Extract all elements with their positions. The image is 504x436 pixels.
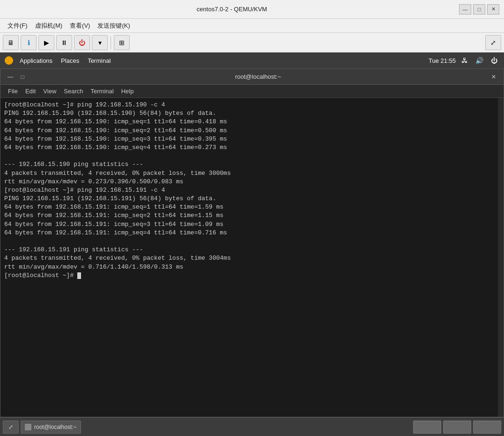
qemu-minimize-button[interactable]: —: [459, 4, 471, 15]
gnome-terminal-menu[interactable]: Terminal: [84, 56, 114, 65]
outer-window: centos7.0-2 - QEMU/KVM — □ ✕ 文件(F) 虚拟机(M…: [0, 0, 504, 436]
bottom-task-icon: [25, 424, 31, 430]
monitor-icon: 🖥: [7, 39, 14, 46]
bottom-expand-icon: ⤢: [8, 424, 13, 430]
terminal-menubar: File Edit View Search Terminal Help: [0, 85, 504, 98]
monitor-button[interactable]: 🖥: [3, 35, 19, 50]
chevron-down-icon: ▾: [98, 39, 102, 46]
terminal-menu-view[interactable]: View: [39, 87, 60, 96]
gnome-places[interactable]: Places: [57, 56, 83, 65]
bottom-bar: ⤢ root@localhost:~: [0, 417, 504, 436]
expand-icon: ⤢: [490, 39, 496, 46]
terminal-titlebar: — □ root@localhost:~ ✕: [0, 69, 504, 85]
terminal-content[interactable]: [root@localhost ~]# ping 192.168.15.190 …: [0, 98, 498, 417]
gnome-apps-icon: [5, 56, 13, 65]
pause-icon: ⏸: [61, 39, 67, 46]
terminal-menu-search[interactable]: Search: [60, 87, 87, 96]
bottom-task-label: root@localhost:~: [34, 424, 77, 430]
power-status-icon[interactable]: ⏻: [489, 56, 499, 65]
qemu-menubar: 文件(F) 虚拟机(M) 查看(V) 发送按键(K): [0, 19, 504, 33]
terminal-menu-edit[interactable]: Edit: [22, 87, 39, 96]
terminal-title: root@localhost:~: [28, 73, 489, 80]
terminal-restore-button[interactable]: □: [17, 73, 28, 81]
qemu-titlebar: centos7.0-2 - QEMU/KVM — □ ✕: [0, 0, 504, 19]
qemu-toolbar: 🖥 ℹ ▶ ⏸ ⏻ ▾ ⊞ ⤢: [0, 33, 504, 53]
bottom-right-btn-2[interactable]: [443, 421, 471, 434]
terminal-menu-file[interactable]: File: [4, 87, 22, 96]
terminal-win-controls-left: — □: [5, 73, 28, 81]
gnome-panel-left: Applications Places Terminal: [5, 56, 114, 65]
play-icon: ▶: [44, 39, 49, 46]
volume-icon[interactable]: 🔊: [474, 56, 485, 65]
qemu-win-controls: — □ ✕: [459, 4, 499, 15]
info-icon: ℹ: [28, 39, 30, 46]
qemu-menu-file[interactable]: 文件(F): [4, 21, 31, 31]
qemu-restore-button[interactable]: □: [473, 4, 485, 15]
terminal-cursor: [77, 272, 81, 279]
pause-button[interactable]: ⏸: [56, 35, 72, 50]
fullscreen-button[interactable]: ⤢: [485, 35, 501, 50]
terminal-menu-help[interactable]: Help: [118, 87, 138, 96]
toolbar-separator: [111, 36, 111, 49]
terminal-close-button[interactable]: ✕: [489, 73, 499, 81]
network-icon[interactable]: 🖧: [460, 56, 470, 65]
qemu-menu-vm[interactable]: 虚拟机(M): [31, 21, 67, 31]
screenshot-icon: ⊞: [119, 39, 125, 46]
bottom-bar-right: [413, 421, 501, 434]
bottom-expand-button[interactable]: ⤢: [3, 421, 19, 434]
dropdown-button[interactable]: ▾: [92, 35, 108, 50]
terminal-body: [root@localhost ~]# ping 192.168.15.190 …: [0, 98, 504, 417]
power-button[interactable]: ⏻: [74, 35, 90, 50]
terminal-menu-terminal[interactable]: Terminal: [87, 87, 118, 96]
bottom-right-btn-1[interactable]: [413, 421, 441, 434]
terminal-minimize-button[interactable]: —: [5, 73, 15, 81]
clock: Tue 21:55: [429, 57, 456, 64]
qemu-close-button[interactable]: ✕: [487, 4, 499, 15]
qemu-menu-view[interactable]: 查看(V): [66, 21, 94, 31]
info-button[interactable]: ℹ: [21, 35, 37, 50]
qemu-title: centos7.0-2 - QEMU/KVM: [5, 6, 459, 13]
screenshot-button[interactable]: ⊞: [114, 35, 130, 50]
terminal-scrollbar[interactable]: [498, 98, 504, 417]
qemu-menu-sendkey[interactable]: 发送按键(K): [94, 21, 133, 31]
terminal-win-controls-right: ✕: [489, 73, 499, 81]
gnome-applications[interactable]: Applications: [16, 56, 56, 65]
play-button[interactable]: ▶: [38, 35, 54, 50]
power-icon: ⏻: [79, 39, 85, 46]
gnome-panel-right: Tue 21:55 🖧 🔊 ⏻: [429, 56, 499, 65]
bottom-task-terminal[interactable]: root@localhost:~: [21, 421, 81, 434]
bottom-right-btn-3[interactable]: [473, 421, 501, 434]
gnome-panel: Applications Places Terminal Tue 21:55 🖧…: [0, 53, 504, 68]
terminal-window: — □ root@localhost:~ ✕ File Edit View Se…: [0, 68, 504, 417]
